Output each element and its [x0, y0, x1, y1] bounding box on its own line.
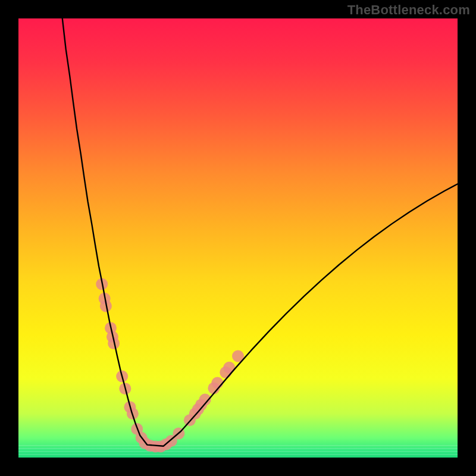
plot-svg	[18, 18, 458, 458]
chart-frame: TheBottleneck.com	[0, 0, 476, 476]
bottom-stripe	[18, 445, 458, 446]
gradient-background	[18, 18, 458, 458]
marker-point	[211, 377, 223, 389]
bottom-stripe	[18, 448, 458, 449]
watermark-text: TheBottleneck.com	[347, 2, 470, 18]
bottom-stripe	[18, 451, 458, 452]
marker-point	[223, 362, 235, 374]
plot-area	[18, 18, 458, 458]
bottom-stripe	[18, 454, 458, 455]
